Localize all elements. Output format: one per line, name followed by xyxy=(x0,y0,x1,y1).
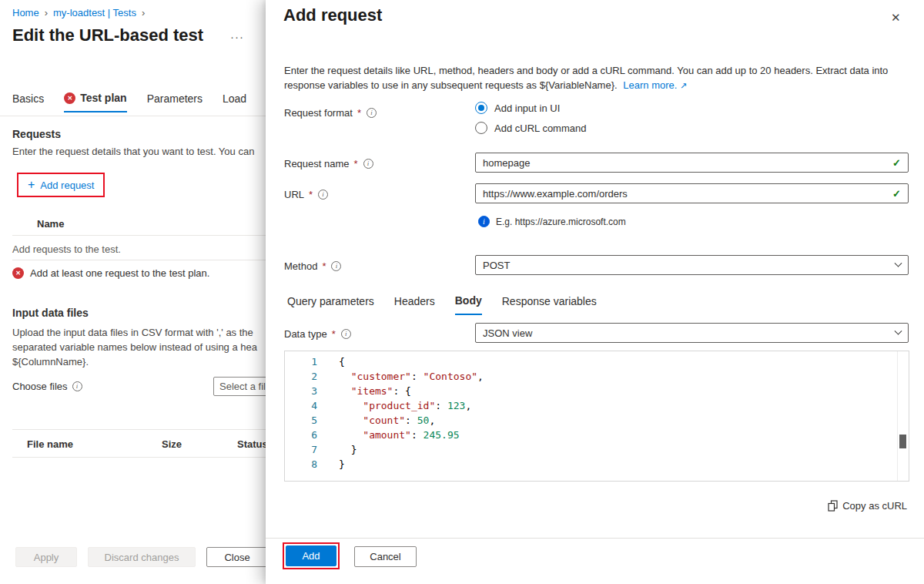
info-icon[interactable]: i xyxy=(331,261,341,271)
editor-gutter: 12345678 xyxy=(285,351,330,481)
data-type-select[interactable]: JSON view xyxy=(475,323,909,343)
json-body-editor[interactable]: 12345678 { "customer": "Contoso", "items… xyxy=(284,351,909,482)
line-number: 2 xyxy=(285,369,317,384)
line-number: 1 xyxy=(285,354,317,369)
chevron-down-icon xyxy=(895,327,902,334)
info-icon[interactable]: i xyxy=(363,159,373,169)
error-icon: ✕ xyxy=(64,92,75,104)
panel-title: Add request xyxy=(283,5,382,25)
breadcrumb-home[interactable]: Home xyxy=(12,7,39,18)
info-icon[interactable]: i xyxy=(367,108,377,118)
code-line[interactable]: } xyxy=(339,442,909,457)
plus-icon: + xyxy=(28,179,35,191)
add-button[interactable]: Add xyxy=(286,545,336,566)
data-type-label: Data type* i xyxy=(284,328,351,340)
input-data-files-heading: Input data files xyxy=(12,307,89,319)
breadcrumb-tests[interactable]: my-loadtest | Tests xyxy=(53,7,136,18)
page-title: Edit the URL-based test xyxy=(12,25,203,45)
info-icon[interactable]: i xyxy=(72,381,82,391)
line-number: 3 xyxy=(285,384,317,398)
cancel-button[interactable]: Cancel xyxy=(354,546,417,567)
url-label: URL* i xyxy=(284,189,328,200)
external-link-icon[interactable]: ↗ xyxy=(680,81,687,90)
more-options-button[interactable]: ··· xyxy=(230,30,244,43)
code-line[interactable]: "product_id": 123, xyxy=(339,398,909,413)
code-line[interactable]: "amount": 245.95 xyxy=(339,428,909,442)
requests-validation-error: ✕ Add at least one request to the test p… xyxy=(12,267,209,279)
code-line[interactable]: } xyxy=(339,457,909,472)
radio-add-input-in-ui[interactable]: Add input in UI xyxy=(475,102,560,114)
chevron-right-icon: › xyxy=(142,7,145,18)
info-icon[interactable]: i xyxy=(318,190,328,200)
input-data-files-description: Upload the input data files in CSV forma… xyxy=(12,325,257,369)
request-name-label: Request name* i xyxy=(284,158,373,169)
requests-description: Enter the request details that you want … xyxy=(12,146,305,157)
method-select[interactable]: POST xyxy=(475,255,909,275)
file-table-header-status: Status xyxy=(237,438,268,450)
panel-footer-divider xyxy=(266,538,924,539)
add-request-panel: Add request ✕ Enter the request details … xyxy=(266,0,924,584)
radio-add-curl-command[interactable]: Add cURL command xyxy=(475,122,586,134)
code-line[interactable]: "items": { xyxy=(339,384,909,398)
breadcrumb: Home › my-loadtest | Tests › xyxy=(12,7,145,18)
add-request-highlight: + Add request xyxy=(17,173,105,197)
tab-basics[interactable]: Basics xyxy=(12,92,44,112)
apply-button: Apply xyxy=(15,547,77,567)
line-number: 6 xyxy=(285,428,317,442)
url-hint: i E.g. https://azure.microsoft.com xyxy=(478,216,626,227)
add-request-button[interactable]: + Add request xyxy=(20,176,102,194)
radio-unselected-icon xyxy=(475,122,487,134)
editor-code[interactable]: { "customer": "Contoso", "items": { "pro… xyxy=(330,351,909,481)
line-number: 4 xyxy=(285,398,317,413)
tab-body[interactable]: Body xyxy=(455,294,482,315)
page-tabs: Basics ✕ Test plan Parameters Load T xyxy=(12,92,273,112)
code-line[interactable]: "count": 50, xyxy=(339,413,909,428)
editor-scrollbar-thumb[interactable] xyxy=(899,435,906,448)
tab-response-variables[interactable]: Response variables xyxy=(502,294,597,315)
info-filled-icon: i xyxy=(478,216,490,227)
error-icon: ✕ xyxy=(12,267,24,279)
chevron-down-icon xyxy=(895,259,902,267)
requests-heading: Requests xyxy=(12,128,61,140)
copy-icon xyxy=(828,500,838,512)
copy-as-curl-button[interactable]: Copy as cURL xyxy=(828,500,907,512)
request-name-input[interactable]: homepage ✓ xyxy=(475,153,909,173)
choose-files-label-row: Choose files i xyxy=(12,381,82,392)
valid-check-icon: ✓ xyxy=(892,157,901,169)
line-number: 7 xyxy=(285,442,317,457)
line-number: 5 xyxy=(285,413,317,428)
info-icon[interactable]: i xyxy=(341,329,351,339)
tab-test-plan[interactable]: ✕ Test plan xyxy=(64,92,126,112)
chevron-right-icon: › xyxy=(45,7,48,18)
learn-more-link[interactable]: Learn more. xyxy=(623,79,677,91)
tab-parameters[interactable]: Parameters xyxy=(147,92,203,112)
file-table-header-filename: File name xyxy=(27,438,73,450)
request-detail-tabs: Query parameters Headers Body Response v… xyxy=(287,294,597,315)
radio-selected-icon xyxy=(475,102,487,114)
editor-scrollbar[interactable] xyxy=(897,351,909,481)
code-line[interactable]: "customer": "Contoso", xyxy=(339,369,909,384)
tab-query-parameters[interactable]: Query parameters xyxy=(287,294,374,315)
request-format-label: Request format* i xyxy=(284,107,377,119)
valid-check-icon: ✓ xyxy=(892,188,901,200)
method-label: Method* i xyxy=(284,260,341,272)
line-number: 8 xyxy=(285,457,317,472)
discard-changes-button: Discard changes xyxy=(88,547,196,567)
tab-headers[interactable]: Headers xyxy=(394,294,435,315)
panel-description: Enter the request details like URL, meth… xyxy=(284,63,896,93)
requests-name-column-header: Name xyxy=(37,218,64,230)
file-table-header-size: Size xyxy=(162,438,182,450)
tab-load[interactable]: Load xyxy=(223,92,246,112)
code-line[interactable]: { xyxy=(339,354,909,369)
close-button[interactable]: Close xyxy=(206,547,268,567)
url-input[interactable]: https://www.example.com/orders ✓ xyxy=(475,183,909,203)
requests-empty-message: Add requests to the test. xyxy=(12,243,121,255)
add-button-highlight: Add xyxy=(283,542,340,569)
close-icon[interactable]: ✕ xyxy=(888,8,904,28)
